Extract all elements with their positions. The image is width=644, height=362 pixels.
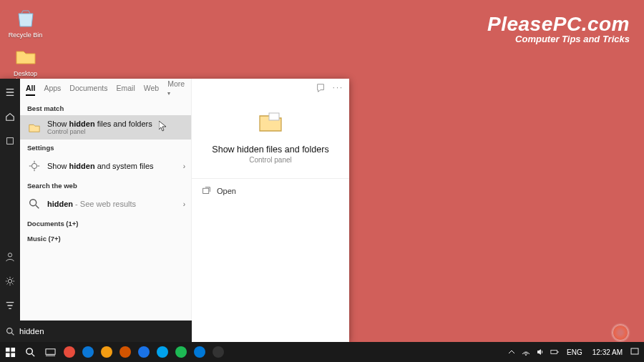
section-documents[interactable]: Documents (1+) <box>20 215 191 230</box>
feedback-icon[interactable] <box>316 83 326 95</box>
settings-icon <box>27 159 42 173</box>
svg-point-14 <box>525 354 527 356</box>
preview-title: Show hidden files and folders <box>203 145 338 155</box>
tray-chevron-up-icon[interactable] <box>507 348 517 356</box>
tab-email[interactable]: Email <box>116 84 135 96</box>
folder-options-icon <box>256 107 285 136</box>
result-title: hidden - See web results <box>47 200 136 208</box>
svg-point-2 <box>8 279 11 283</box>
svg-rect-11 <box>11 353 15 357</box>
watermark-title: PleasePC.com <box>487 13 630 36</box>
svg-point-3 <box>31 163 36 168</box>
section-music[interactable]: Music (7+) <box>20 230 191 245</box>
tab-more[interactable]: More <box>167 79 185 100</box>
svg-rect-10 <box>5 353 9 357</box>
search-icon <box>27 197 42 211</box>
taskbar-app-2[interactable] <box>97 342 116 362</box>
folder-icon <box>14 44 38 69</box>
taskbar-app-6[interactable] <box>172 342 190 362</box>
tray-language[interactable]: ENG <box>564 348 585 356</box>
search-preview-column: ··· Show hidden files and folders Contro… <box>192 79 349 342</box>
start-button[interactable] <box>0 342 20 362</box>
svg-point-1 <box>8 253 11 257</box>
tab-all[interactable]: All <box>26 84 35 96</box>
svg-point-12 <box>26 348 31 353</box>
result-title: Show hidden and system files <box>47 162 154 170</box>
folder-options-icon <box>27 120 42 134</box>
cortana-highlight-icon <box>613 325 628 341</box>
svg-rect-15 <box>551 350 557 353</box>
tray-network-icon[interactable] <box>521 348 531 356</box>
tray-clock[interactable]: 12:32 AM <box>590 348 625 356</box>
brand-watermark: PleasePC.com Computer Tips and Tricks <box>487 13 630 44</box>
open-icon <box>202 186 211 195</box>
taskbar-app-1[interactable] <box>79 342 97 362</box>
section-best-match: Best match <box>20 100 191 115</box>
chevron-right-icon: › <box>183 200 185 208</box>
svg-rect-9 <box>11 347 15 351</box>
desktop-icon-label: Recycle Bin <box>6 31 45 39</box>
svg-point-7 <box>7 328 12 333</box>
taskbar-app-0[interactable] <box>60 342 79 362</box>
search-box[interactable] <box>0 321 192 342</box>
taskbar-search-button[interactable] <box>20 342 40 362</box>
svg-rect-0 <box>7 138 14 145</box>
start-search-panel: All Apps Documents Email Web More Best m… <box>0 79 349 342</box>
result-settings-item[interactable]: Show hidden and system files › <box>20 155 191 177</box>
search-tabs: All Apps Documents Email Web More <box>20 79 191 100</box>
svg-rect-5 <box>269 113 279 120</box>
taskbar-app-8[interactable] <box>209 342 228 362</box>
taskbar-app-3[interactable] <box>116 342 135 362</box>
action-label: Open <box>217 187 236 195</box>
tab-web[interactable]: Web <box>144 84 159 96</box>
preview-action-open[interactable]: Open <box>192 179 349 202</box>
rail-recent-button[interactable] <box>0 132 20 150</box>
tray-volume-icon[interactable] <box>535 348 545 356</box>
taskbar-app-5[interactable] <box>153 342 172 362</box>
taskbar-app-7[interactable] <box>190 342 209 362</box>
svg-rect-6 <box>203 188 209 193</box>
svg-rect-17 <box>631 348 638 354</box>
preview-subtitle: Control panel <box>203 156 338 164</box>
tray-battery-icon[interactable] <box>550 348 560 356</box>
more-options-icon[interactable]: ··· <box>333 83 343 95</box>
taskbar-app-4[interactable] <box>135 342 153 362</box>
rail-settings-button[interactable] <box>0 272 20 290</box>
mouse-cursor-icon <box>159 121 167 132</box>
taskbar: ENG 12:32 AM <box>0 342 644 362</box>
search-icon <box>6 327 15 336</box>
svg-rect-13 <box>45 348 54 354</box>
section-settings: Settings <box>20 140 191 155</box>
tab-documents[interactable]: Documents <box>69 84 107 96</box>
rail-filter-button[interactable] <box>0 296 20 315</box>
result-title: Show hidden files and folders <box>47 119 152 128</box>
rail-account-button[interactable] <box>0 248 20 266</box>
rail-home-button[interactable] <box>0 107 20 126</box>
chevron-right-icon: › <box>183 162 185 170</box>
section-search-web: Search the web <box>20 177 191 192</box>
search-input[interactable] <box>19 327 186 336</box>
recycle-bin-icon <box>14 6 38 30</box>
svg-point-4 <box>30 200 36 206</box>
svg-rect-16 <box>557 351 558 353</box>
search-results-column: All Apps Documents Email Web More Best m… <box>20 79 192 342</box>
result-web-item[interactable]: hidden - See web results › <box>20 192 191 215</box>
search-rail <box>0 79 20 342</box>
rail-menu-button[interactable] <box>0 83 20 102</box>
desktop-icon-recycle-bin[interactable]: Recycle Bin <box>6 6 45 39</box>
tab-apps[interactable]: Apps <box>44 84 61 96</box>
result-best-match[interactable]: Show hidden files and folders Control pa… <box>20 115 191 140</box>
svg-rect-8 <box>5 347 9 351</box>
result-subtitle: Control panel <box>47 128 152 135</box>
tray-notifications-icon[interactable] <box>630 348 640 356</box>
task-view-button[interactable] <box>40 342 60 362</box>
